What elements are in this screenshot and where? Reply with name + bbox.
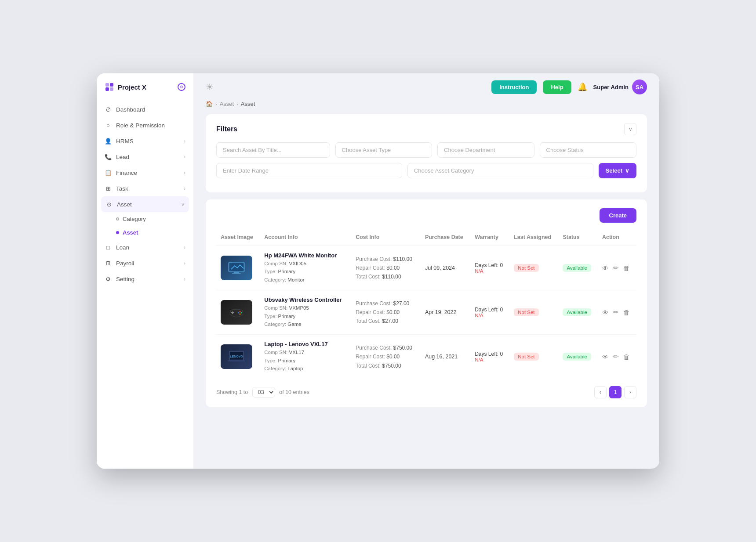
warranty-cell: Days Left: 0 N/A (470, 335, 509, 379)
page-1-button[interactable]: 1 (609, 386, 622, 398)
sidebar-item-payroll[interactable]: 🗓 Payroll › (97, 255, 193, 271)
pagination-row: Showing 1 to 03 05 10 of 10 entries ‹ 1 … (216, 379, 636, 398)
sidebar-item-finance[interactable]: 📋 Finance › (97, 165, 193, 181)
col-asset-image: Asset Image (216, 231, 260, 246)
table-card: Create Asset Image Account Info Cost Inf… (206, 199, 647, 407)
sidebar-item-loan[interactable]: □ Loan › (97, 239, 193, 255)
delete-icon[interactable]: 🗑 (623, 353, 630, 361)
chevron-right-icon: › (184, 170, 185, 175)
search-asset-input[interactable] (216, 142, 330, 158)
edit-icon[interactable]: ✏ (613, 264, 619, 272)
asset-image-cell (216, 246, 260, 290)
sidebar: Project X ⚙ ⏱ Dashboard ○ Role & Permiss… (97, 73, 193, 469)
settings-icon[interactable]: ⚙ (178, 83, 185, 91)
svg-rect-3 (110, 87, 113, 91)
chevron-down-icon: ∨ (625, 167, 629, 174)
setting-icon: ⚙ (105, 275, 112, 282)
available-badge: Available (563, 308, 591, 316)
chevron-right-icon: › (184, 138, 185, 144)
category-input[interactable] (407, 163, 593, 178)
sidebar-item-label: Loan (116, 244, 129, 251)
asset-image-laptop: LENOVO (221, 344, 252, 369)
sidebar-item-hrms[interactable]: 👤 HRMS › (97, 133, 193, 149)
edit-icon[interactable]: ✏ (613, 308, 619, 316)
account-info-cell: Laptop - Lenovo VXL17 Comp SN: VXL17 Typ… (260, 335, 351, 379)
prev-page-button[interactable]: ‹ (594, 386, 607, 398)
col-purchase-date: Purchase Date (421, 231, 470, 246)
showing-prefix: Showing 1 to (216, 389, 248, 395)
avatar: SA (632, 79, 647, 94)
account-info-cell: Hp M24FWA White Monitor Comp SN: VXID05 … (260, 246, 351, 290)
svg-rect-0 (105, 83, 109, 87)
sidebar-item-task[interactable]: ⊞ Task › (97, 181, 193, 196)
sidebar-item-setting[interactable]: ⚙ Setting › (97, 271, 193, 287)
asset-meta: Comp SN: VXL17 Type: Primary Category: L… (264, 348, 347, 372)
breadcrumb: 🏠 › Asset › Asset (206, 101, 647, 107)
asset-image-controller (221, 300, 252, 325)
warranty-cell: Days Left: 0 N/A (470, 290, 509, 335)
table-row: Hp M24FWA White Monitor Comp SN: VXID05 … (216, 246, 636, 290)
col-last-assigned: Last Assigned (509, 231, 558, 246)
pagination-controls: ‹ 1 › (594, 386, 636, 398)
header-right: Instruction Help 🔔 Super Admin SA (491, 79, 647, 94)
sidebar-item-asset[interactable]: ⊙ Asset ∨ (101, 196, 189, 212)
help-button[interactable]: Help (543, 80, 571, 94)
sidebar-item-label: Payroll (116, 260, 134, 267)
bell-icon[interactable]: 🔔 (578, 82, 587, 92)
svg-point-11 (241, 312, 242, 314)
per-page-select[interactable]: 03 05 10 (252, 387, 275, 397)
date-range-input[interactable] (216, 163, 402, 178)
showing-text: Showing 1 to 03 05 10 of 10 entries (216, 387, 309, 397)
sidebar-item-role[interactable]: ○ Role & Permission (97, 117, 193, 133)
instruction-button[interactable]: Instruction (491, 80, 537, 94)
home-icon[interactable]: 🏠 (206, 101, 213, 107)
breadcrumb-parent[interactable]: Asset (220, 101, 234, 107)
sun-icon[interactable]: ☀ (206, 82, 214, 92)
create-button[interactable]: Create (600, 208, 636, 223)
action-cell: 👁 ✏ 🗑 (598, 246, 636, 290)
status-input[interactable] (540, 142, 636, 158)
view-icon[interactable]: 👁 (602, 264, 609, 272)
dashboard-icon: ⏱ (105, 106, 112, 113)
chevron-right-icon: › (184, 154, 185, 159)
svg-point-10 (240, 311, 241, 312)
action-icons: 👁 ✏ 🗑 (602, 308, 632, 316)
breadcrumb-sep: › (236, 101, 238, 107)
filter-row-1 (216, 142, 636, 158)
select-button[interactable]: Select ∨ (599, 163, 636, 178)
sidebar-item-label: Asset (117, 201, 132, 208)
sidebar-logo: Project X ⚙ (97, 82, 193, 101)
nav-section: ⏱ Dashboard ○ Role & Permission 👤 HRMS › (97, 101, 193, 287)
action-cell: 👁 ✏ 🗑 (598, 335, 636, 379)
sidebar-item-lead[interactable]: 📞 Lead › (97, 149, 193, 165)
svg-rect-9 (231, 312, 234, 313)
filters-toggle-button[interactable]: ∨ (624, 123, 636, 135)
chevron-right-icon: › (184, 245, 185, 250)
cost-info-cell: Purchase Cost: $110.00 Repair Cost: $0.0… (351, 246, 421, 290)
main-content: ☀ Instruction Help 🔔 Super Admin SA 🏠 › … (193, 73, 659, 469)
account-info-cell: Ubsvaky Wireless Controller Comp SN: VXM… (260, 290, 351, 335)
action-icons: 👁 ✏ 🗑 (602, 353, 632, 361)
edit-icon[interactable]: ✏ (613, 353, 619, 361)
available-badge: Available (563, 353, 591, 361)
asset-name: Ubsvaky Wireless Controller (264, 296, 347, 303)
next-page-button[interactable]: › (624, 386, 636, 398)
cost-info-cell: Purchase Cost: $27.00 Repair Cost: $0.00… (351, 290, 421, 335)
sidebar-item-dashboard[interactable]: ⏱ Dashboard (97, 101, 193, 117)
asset-type-input[interactable] (335, 142, 432, 158)
sub-nav-item-asset[interactable]: Asset (116, 226, 193, 239)
delete-icon[interactable]: 🗑 (623, 264, 630, 272)
department-input[interactable] (437, 142, 534, 158)
view-icon[interactable]: 👁 (602, 353, 609, 361)
sub-dot-icon (116, 217, 119, 220)
sub-nav-item-category[interactable]: Category (116, 212, 193, 226)
delete-icon[interactable]: 🗑 (623, 309, 630, 316)
asset-meta: Comp SN: VXID05 Type: Primary Category: … (264, 260, 347, 284)
view-icon[interactable]: 👁 (602, 309, 609, 316)
warranty-cell: Days Left: 0 N/A (470, 246, 509, 290)
header: ☀ Instruction Help 🔔 Super Admin SA (193, 73, 659, 101)
svg-point-13 (240, 314, 241, 315)
sub-dot-filled-icon (116, 231, 119, 234)
purchase-date-cell: Aug 16, 2021 (421, 335, 470, 379)
status-cell: Available (558, 335, 598, 379)
